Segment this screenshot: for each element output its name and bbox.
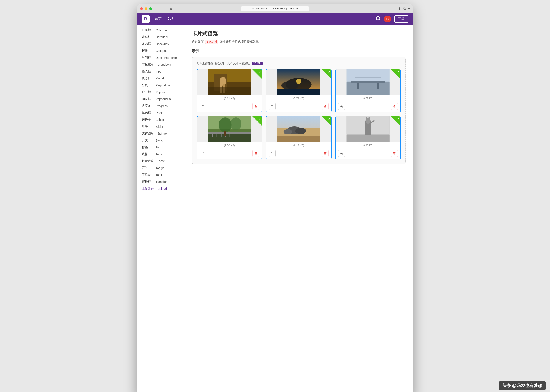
sidebar-item-switch[interactable]: 开关 Switch <box>137 137 185 144</box>
svg-point-47 <box>295 128 306 134</box>
minimize-button[interactable] <box>145 7 147 10</box>
titlebar-action-buttons: ⬆ ⧉ <box>398 7 406 11</box>
hint-text-prefix: 允许上传任意格式文件，文件大小不能超过 <box>197 62 250 65</box>
download-button[interactable]: 下载 <box>394 15 408 23</box>
delete-button-5[interactable] <box>322 150 329 157</box>
svg-rect-32 <box>212 133 213 137</box>
preview-button-2[interactable] <box>269 103 276 110</box>
svg-rect-19 <box>346 82 389 95</box>
card-info-3: (8.57 KB) <box>336 95 400 102</box>
desc-prefix: 通过设置 <box>192 40 204 44</box>
close-button[interactable] <box>140 7 143 10</box>
main-layout: 日历框 Calendar 走马灯 Carousel 多选框 Checkbox 折… <box>137 25 413 392</box>
card-actions-1 <box>197 102 262 112</box>
sidebar-toggle-button[interactable]: ⊞ <box>169 7 172 10</box>
navbar-logo: B <box>142 15 150 23</box>
url-bar[interactable]: ≡ Not Secure — blazor.sdgxgz.com ↻ <box>241 6 309 11</box>
maximize-button[interactable] <box>149 7 152 10</box>
sidebar-item-modal[interactable]: 模态框 Modal <box>137 75 185 82</box>
preview-button-6[interactable] <box>338 150 345 157</box>
sidebar-item-progress[interactable]: 进度条 Progress <box>137 103 185 109</box>
sidebar-item-table[interactable]: 表格 Table <box>137 151 185 158</box>
svg-rect-36 <box>229 133 230 137</box>
svg-rect-60 <box>346 135 389 142</box>
sidebar-item-upload[interactable]: 上传组件 Upload <box>137 185 185 192</box>
card-info-2: (7.79 KB) <box>266 95 331 102</box>
new-tab-button[interactable]: + <box>407 7 410 11</box>
is-card-tag: IsCard <box>205 40 218 44</box>
svg-rect-33 <box>217 133 217 137</box>
navbar-home-link[interactable]: 首页 <box>155 17 162 21</box>
sidebar-item-radio[interactable]: 单选框 Radio <box>137 109 185 116</box>
sidebar-item-datetimepicker[interactable]: 时间框 DateTimePicker <box>137 54 185 61</box>
sidebar-item-dropdown[interactable]: 下拉菜单 Dropdown <box>137 61 185 68</box>
sidebar-item-toast[interactable]: 轻量弹窗 Toast <box>137 158 185 165</box>
new-window-button[interactable]: ⧉ <box>403 7 406 11</box>
card-image-6: ✓ <box>336 116 400 142</box>
refresh-icon[interactable]: ↻ <box>296 7 298 10</box>
sidebar: 日历框 Calendar 走马灯 Carousel 多选框 Checkbox 折… <box>137 25 185 392</box>
sidebar-item-input[interactable]: 输入框 Input <box>137 68 185 75</box>
navbar-docs-link[interactable]: 文档 <box>167 17 174 21</box>
svg-point-37 <box>219 117 232 133</box>
back-button[interactable]: ‹ <box>157 7 161 11</box>
delete-button-1[interactable] <box>252 103 259 110</box>
sidebar-item-collapse[interactable]: 折叠 Collapse <box>137 47 185 54</box>
card-actions-2 <box>266 102 331 112</box>
sidebar-item-carousel[interactable]: 走马灯 Carousel <box>137 34 185 41</box>
sidebar-item-select[interactable]: 选择器 Select <box>137 116 185 123</box>
card-actions-3 <box>336 102 400 112</box>
card-grid: ✓ (8.61 KB) <box>197 69 401 159</box>
card-image-2: ✓ <box>266 69 331 95</box>
svg-rect-22 <box>357 83 359 89</box>
share-button[interactable]: ⬆ <box>398 7 401 11</box>
sidebar-item-tab[interactable]: 标签 Tab <box>137 144 185 151</box>
card-svg-6 <box>336 116 400 142</box>
card-svg-1 <box>197 69 262 95</box>
upload-hint: 允许上传任意格式文件，文件大小不能超过 20 MB <box>197 62 401 65</box>
browser-window: ‹ › ⊞ ≡ Not Secure — blazor.sdgxgz.com ↻… <box>137 4 413 392</box>
delete-button-3[interactable] <box>391 103 398 110</box>
page-description: 通过设置 IsCard 属性开启卡片式照片预览效果 <box>192 40 406 44</box>
delete-button-6[interactable] <box>391 150 398 157</box>
preview-button-1[interactable] <box>200 103 207 110</box>
svg-rect-34 <box>221 133 221 137</box>
preview-button-5[interactable] <box>269 150 276 157</box>
svg-point-38 <box>231 117 241 130</box>
svg-rect-48 <box>277 136 320 142</box>
page-title: 卡片式预览 <box>192 30 406 37</box>
card-image-4: ✓ <box>197 116 262 142</box>
sidebar-item-checkbox[interactable]: 多选框 Checkbox <box>137 41 185 47</box>
github-icon[interactable] <box>375 16 381 22</box>
card-actions-6 <box>336 149 400 159</box>
forward-button[interactable]: › <box>163 7 166 11</box>
sidebar-item-slider[interactable]: 滑块 Slider <box>137 123 185 130</box>
navbar: B 首页 文档 G 下载 <box>137 13 413 25</box>
user-avatar[interactable]: G <box>384 15 391 22</box>
svg-rect-20 <box>351 81 385 83</box>
sidebar-item-pagination[interactable]: 分页 Pagination <box>137 82 185 89</box>
nav-buttons: ‹ › <box>157 7 166 11</box>
check-icon-5: ✓ <box>328 117 330 120</box>
sidebar-item-transfer[interactable]: 穿梭框 Transfer <box>137 178 185 185</box>
sidebar-item-spinner[interactable]: 旋转图标 Spinner <box>137 130 185 137</box>
svg-point-46 <box>284 129 292 134</box>
check-icon-3: ✓ <box>397 70 400 73</box>
sidebar-item-toggle[interactable]: 开关 Toggle <box>137 165 185 171</box>
delete-button-2[interactable] <box>322 103 329 110</box>
upload-area: 允许上传任意格式文件，文件大小不能超过 20 MB ✓ <box>192 57 406 164</box>
delete-button-4[interactable] <box>252 150 259 157</box>
card-image-3: ✓ <box>336 69 400 95</box>
check-icon-6: ✓ <box>397 117 400 120</box>
card-info-1: (8.61 KB) <box>197 95 262 102</box>
card-svg-3 <box>336 69 400 95</box>
sidebar-item-popconfirm[interactable]: 确认框 Popconfirm <box>137 96 185 103</box>
svg-rect-39 <box>224 131 226 136</box>
sidebar-item-popover[interactable]: 弹出框 Popover <box>137 89 185 96</box>
preview-button-3[interactable] <box>338 103 345 110</box>
titlebar: ‹ › ⊞ ≡ Not Secure — blazor.sdgxgz.com ↻… <box>137 4 413 13</box>
sidebar-item-tooltip[interactable]: 工具条 Tooltip <box>137 171 185 178</box>
preview-button-4[interactable] <box>200 150 207 157</box>
svg-rect-24 <box>346 69 389 81</box>
sidebar-item-calendar[interactable]: 日历框 Calendar <box>137 27 185 34</box>
